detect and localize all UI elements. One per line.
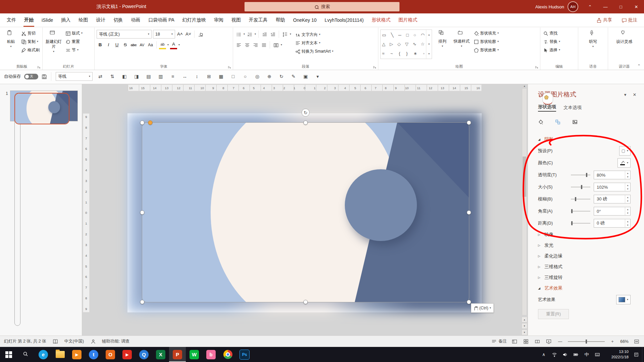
fill-line-icon[interactable] <box>537 118 547 129</box>
rotate-icon[interactable]: ↻ <box>277 72 286 81</box>
more-tools-icon[interactable]: ▾ <box>313 72 322 81</box>
search-box[interactable]: 搜索 <box>245 2 399 11</box>
text-shadow-button[interactable]: abc <box>130 41 137 49</box>
tab-insert[interactable]: 插入 <box>57 13 74 27</box>
touch-keyboard-icon[interactable] <box>592 347 602 362</box>
taskbar-powerpoint[interactable]: P <box>169 347 186 362</box>
format-painter-button[interactable]: 格式刷 <box>20 46 40 54</box>
section-artistic-effects[interactable]: ◢ 艺术效果 <box>528 283 644 294</box>
battery-icon[interactable] <box>571 347 581 362</box>
zoom-slider[interactable] <box>568 341 605 342</box>
tab-onekey[interactable]: OneKey 10 <box>289 13 321 27</box>
dialog-launcher-icon[interactable] <box>227 65 231 68</box>
slideshow-view-icon[interactable] <box>545 338 552 345</box>
tab-transitions[interactable]: 切换 <box>109 13 127 27</box>
tab-developer[interactable]: 开发工具 <box>245 13 272 27</box>
blur-spinbox[interactable]: 30 磅▲▼ <box>594 195 631 203</box>
slide-1-preview[interactable] <box>10 90 78 121</box>
tab-lvyhtools[interactable]: LvyhTools(201114) <box>321 13 368 27</box>
spell-check-icon[interactable] <box>52 338 59 345</box>
design-ideas-button[interactable]: 设计灵感 <box>615 28 633 60</box>
next-slide-icon[interactable]: ▾ <box>522 323 527 329</box>
scroll-down-icon[interactable]: ▾ <box>522 329 527 335</box>
copy-button[interactable]: 复制▾ <box>20 38 40 45</box>
ribbon-display-options-icon[interactable]: ⌃ <box>582 0 598 13</box>
layout-button[interactable]: 版式▾ <box>65 29 83 37</box>
language-status[interactable]: 中文(中国) <box>64 339 84 344</box>
oval-icon[interactable]: ○ <box>241 72 250 81</box>
section-reflection[interactable]: ▷映像 <box>528 229 644 240</box>
gallery-down-icon[interactable]: ▾ <box>428 43 430 46</box>
pane-close-icon[interactable]: ✕ <box>630 90 639 99</box>
dictate-button[interactable]: 听写▾ <box>584 28 602 60</box>
distribute-vertical-icon[interactable]: ⇅ <box>108 72 117 81</box>
resize-handle-top[interactable] <box>304 121 308 125</box>
convert-smartart-button[interactable]: 转换为 SmartArt▾ <box>294 48 334 55</box>
accessibility-icon[interactable] <box>89 338 97 345</box>
resize-handle-bottom-right[interactable] <box>467 300 471 304</box>
quick-styles-button[interactable]: 快速样式▾ <box>453 28 470 63</box>
angle-spinbox[interactable]: 0°▲▼ <box>594 207 631 216</box>
new-slide-button[interactable]: 新建幻灯片▾ <box>45 28 63 60</box>
taskbar-excel[interactable]: X <box>152 347 169 362</box>
resize-handle-right[interactable] <box>467 210 471 215</box>
pane-tab-shape-options[interactable]: 形状选项 <box>538 104 556 112</box>
taskbar-edge[interactable]: e <box>35 347 52 362</box>
picture-icon[interactable] <box>571 118 581 129</box>
strikethrough-button[interactable]: S <box>122 41 129 49</box>
ime-indicator[interactable]: 中 <box>582 347 592 362</box>
paste-button[interactable]: 粘贴▾ <box>3 28 18 60</box>
tab-slideshow[interactable]: 幻灯片放映 <box>178 13 210 27</box>
close-button[interactable]: ✕ <box>629 0 644 13</box>
table-icon[interactable]: ▦ <box>217 72 225 81</box>
taskbar-outlook[interactable]: O <box>102 347 119 362</box>
share-button[interactable]: 共享 <box>592 17 616 23</box>
tab-islide[interactable]: iSlide <box>38 13 57 27</box>
volume-icon[interactable] <box>560 347 570 362</box>
taskbar-chrome[interactable] <box>219 347 236 362</box>
shape-fill-button[interactable]: 形状填充▾ <box>473 29 499 37</box>
size-spinbox[interactable]: 102%▲▼ <box>594 183 631 191</box>
rotate-handle[interactable]: ↻ <box>302 109 310 117</box>
save-icon[interactable] <box>42 74 47 79</box>
shadow-preset-dropdown[interactable]: ▢▾ <box>619 146 631 156</box>
reset-button[interactable]: 重置 <box>65 38 83 45</box>
equal-width-icon[interactable]: ↔ <box>180 72 189 81</box>
shape-effects-button[interactable]: 形状效果▾ <box>473 46 499 54</box>
font-color-button[interactable]: A <box>170 41 177 49</box>
transparency-spinbox[interactable]: 80%▲▼ <box>594 171 631 179</box>
accessibility-status[interactable]: 辅助功能: 调查 <box>102 339 129 344</box>
align-middle-objects-icon[interactable]: ≡ <box>168 72 177 81</box>
taskbar-search-button[interactable] <box>17 347 35 362</box>
reset-picture-button[interactable]: 重置(R) <box>538 309 569 319</box>
align-left-button[interactable] <box>235 41 242 49</box>
reading-view-icon[interactable] <box>534 338 541 345</box>
find-button[interactable]: 查找 <box>542 29 561 37</box>
maximize-button[interactable]: □ <box>613 0 629 13</box>
taskbar-bilibili[interactable]: b <box>203 347 219 362</box>
dialog-launcher-icon[interactable] <box>372 65 376 68</box>
avatar[interactable]: AH <box>568 1 578 12</box>
line-spacing-button[interactable] <box>281 31 288 38</box>
tab-design[interactable]: 设计 <box>92 13 109 27</box>
fit-to-window-icon[interactable] <box>633 338 640 345</box>
tab-home[interactable]: 开始 <box>20 13 38 27</box>
minimize-button[interactable]: — <box>598 0 613 13</box>
tab-draw[interactable]: 绘图 <box>74 13 92 27</box>
justify-button[interactable] <box>260 41 267 49</box>
taskbar-messenger[interactable]: Q <box>136 347 152 362</box>
columns-button[interactable] <box>272 41 279 49</box>
add-icon[interactable]: ⊕ <box>265 72 274 81</box>
zoom-slider-handle[interactable] <box>586 340 587 344</box>
blur-slider[interactable] <box>571 197 590 201</box>
font-size-combo[interactable]: 18▾ <box>153 30 175 39</box>
notification-center-icon[interactable] <box>631 347 641 362</box>
change-case-button[interactable]: Aa <box>147 41 154 49</box>
tab-shape-format[interactable]: 形状格式 <box>368 13 394 27</box>
taskbar-thunderbird[interactable]: t <box>85 347 102 362</box>
canvas-scrollbar[interactable]: ▴ ▴ ▾ ▾ <box>522 84 527 335</box>
shape-gallery-row[interactable]: ▭╲─□○◠ <box>382 33 425 38</box>
resize-handle-top-right[interactable] <box>467 121 471 125</box>
size-properties-icon[interactable] <box>554 118 564 129</box>
distribute-horizontal-icon[interactable]: ⇄ <box>96 72 105 81</box>
